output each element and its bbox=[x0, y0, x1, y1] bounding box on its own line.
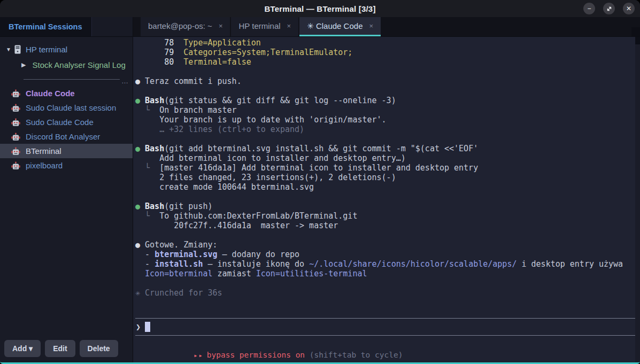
terminal-scrollbar[interactable] bbox=[635, 37, 640, 362]
terminal-line bbox=[135, 67, 640, 76]
terminal-line: ● Bash(git push) bbox=[135, 202, 640, 211]
robot-icon bbox=[11, 118, 20, 127]
session-item[interactable]: Sudo Claude last session bbox=[0, 100, 133, 115]
terminal-line: 78 Type=Application bbox=[135, 38, 640, 48]
title-bar[interactable]: BTerminal — BTerminal [3/3] − ✕ bbox=[0, 0, 640, 17]
maximize-button[interactable] bbox=[603, 3, 615, 14]
robot-icon bbox=[11, 133, 20, 141]
terminal-line bbox=[135, 230, 640, 240]
close-icon[interactable]: × bbox=[287, 22, 291, 30]
session-list: Claude Code Sudo Claude last session Sud… bbox=[0, 86, 133, 173]
terminal-line: ✳ Crunched for 36s bbox=[135, 288, 640, 298]
terminal-line: 79 Categories=System;TerminalEmulator; bbox=[135, 48, 640, 57]
terminal-line: - bterminal.svg — dodany do repo bbox=[135, 250, 640, 259]
robot-icon bbox=[11, 147, 20, 156]
session-label: BTerminal bbox=[26, 146, 61, 156]
terminal-line: 20fc27f..416da1a master -> master bbox=[135, 221, 640, 230]
terminal-input[interactable]: ❯ bbox=[135, 318, 640, 336]
sidebar-divider: … bbox=[24, 79, 128, 80]
terminal-line: ● Gotowe. Zmiany: bbox=[135, 240, 640, 250]
session-label: Sudo Claude Code bbox=[26, 118, 94, 127]
terminal-line bbox=[135, 192, 640, 202]
delete-button[interactable]: Delete bbox=[80, 340, 118, 357]
terminal-line bbox=[135, 86, 640, 96]
terminal-line: create mode 100644 bterminal.svg bbox=[135, 182, 640, 192]
terminal-line: 80 Terminal=false bbox=[135, 57, 640, 67]
terminal-line: ● Bash(git add bterminal.svg install.sh … bbox=[135, 144, 640, 153]
terminal-line: └ To github.com:DexterFromLab/BTerminal.… bbox=[135, 211, 640, 221]
session-item[interactable]: pixelboard bbox=[0, 158, 133, 173]
session-label: Claude Code bbox=[26, 89, 75, 98]
sessions-sidebar: BTerminal Sessions ▼ HP terminal bbox=[0, 17, 133, 362]
terminal-line: … +32 lines (ctrl+o to expand) bbox=[135, 125, 640, 134]
add-button[interactable]: Add ▾ bbox=[4, 340, 41, 357]
close-icon[interactable]: × bbox=[219, 22, 223, 30]
tree-item-hp-terminal[interactable]: ▼ HP terminal bbox=[0, 42, 133, 57]
computer-icon bbox=[14, 45, 21, 54]
app-window: BTerminal — BTerminal [3/3] − ✕ BTermina… bbox=[0, 0, 640, 364]
tab-label: bartek@pop-os: ~ bbox=[148, 21, 212, 30]
terminal-line bbox=[135, 134, 640, 144]
sidebar-spacer bbox=[0, 173, 133, 336]
play-icon: ▶ bbox=[21, 61, 26, 68]
window-title: BTerminal — BTerminal [3/3] bbox=[264, 4, 375, 13]
chevron-down-icon[interactable]: ▼ bbox=[5, 47, 12, 52]
session-item[interactable]: Sudo Claude Code bbox=[0, 115, 133, 129]
main-area: bartek@pop-os: ~×HP terminal×✳ Claude Co… bbox=[133, 17, 640, 362]
close-button[interactable]: ✕ bbox=[623, 3, 635, 14]
terminal-line: ● Bash(git status && git diff && git log… bbox=[135, 96, 640, 105]
text-cursor bbox=[145, 322, 150, 332]
sidebar-header: BTerminal Sessions bbox=[0, 17, 133, 37]
robot-icon bbox=[11, 161, 20, 170]
session-item[interactable]: Claude Code bbox=[0, 86, 133, 100]
terminal-line: └ [master 416da1a] Add bterminal icon to… bbox=[135, 163, 640, 173]
maximize-icon bbox=[606, 6, 612, 12]
divider-line bbox=[24, 79, 120, 80]
mode-hint-label: (shift+tab to cycle) bbox=[305, 351, 403, 359]
session-label: Sudo Claude last session bbox=[26, 103, 116, 112]
tree-child-label: Stock Analyser Signal Log bbox=[32, 60, 125, 69]
terminal-line: - install.sh — instaluje ikonę do ~/.loc… bbox=[135, 259, 640, 269]
window-body: BTerminal Sessions ▼ HP terminal bbox=[0, 17, 640, 362]
terminal-line: Icon=bterminal zamiast Icon=utilities-te… bbox=[135, 269, 640, 278]
tab-label: ✳ Claude Code bbox=[307, 21, 363, 31]
sidebar-buttons: Add ▾ Edit Delete bbox=[0, 336, 133, 362]
terminal-line bbox=[135, 278, 640, 288]
terminal-line: Your branch is up to date with 'origin/m… bbox=[135, 115, 640, 125]
tab[interactable]: HP terminal× bbox=[231, 17, 298, 36]
terminal-line: Add bterminal icon to installer and desk… bbox=[135, 153, 640, 163]
session-item[interactable]: Discord Bot Analyser bbox=[0, 129, 133, 144]
terminal-line: ● Teraz commit i push. bbox=[135, 76, 640, 86]
terminal-line: 2 files changed, 23 insertions(+), 2 del… bbox=[135, 173, 640, 182]
terminal-output: 78 Type=Application 79 Categories=System… bbox=[135, 38, 640, 298]
robot-icon bbox=[11, 104, 20, 112]
prompt-chevron-icon: ❯ bbox=[136, 322, 141, 332]
tab-label: HP terminal bbox=[238, 21, 280, 30]
session-tree: ▼ HP terminal ▶ Stock Analyser Signal Lo… bbox=[0, 37, 133, 73]
terminal-status-bar: ▸▸bypass permissions on (shift+tab to cy… bbox=[135, 336, 640, 362]
sidebar-header-tab[interactable]: BTerminal Sessions bbox=[0, 17, 92, 36]
edit-button[interactable]: Edit bbox=[45, 340, 75, 357]
session-item[interactable]: BTerminal bbox=[0, 144, 133, 158]
tab-bar: bartek@pop-os: ~×HP terminal×✳ Claude Co… bbox=[133, 17, 640, 37]
tree-item-stock-analyser-log[interactable]: ▶ Stock Analyser Signal Log bbox=[0, 57, 133, 73]
minimize-button[interactable]: − bbox=[583, 3, 595, 14]
tab[interactable]: ✳ Claude Code× bbox=[299, 17, 381, 36]
tab[interactable]: bartek@pop-os: ~× bbox=[141, 17, 230, 36]
tabbar-corner bbox=[631, 27, 640, 36]
robot-icon bbox=[11, 89, 20, 98]
session-label: pixelboard bbox=[26, 161, 63, 170]
window-controls: − ✕ bbox=[583, 3, 635, 14]
tree-item-label: HP terminal bbox=[26, 45, 67, 54]
close-icon[interactable]: × bbox=[369, 22, 373, 30]
terminal-line: └ On branch master bbox=[135, 105, 640, 115]
session-label: Discord Bot Analyser bbox=[26, 132, 100, 141]
double-arrow-icon: ▸▸ bbox=[194, 352, 203, 359]
terminal-pane[interactable]: 78 Type=Application 79 Categories=System… bbox=[133, 37, 640, 362]
scrollbar-thumb[interactable] bbox=[635, 37, 640, 44]
permission-mode-label[interactable]: bypass permissions on bbox=[207, 351, 305, 359]
